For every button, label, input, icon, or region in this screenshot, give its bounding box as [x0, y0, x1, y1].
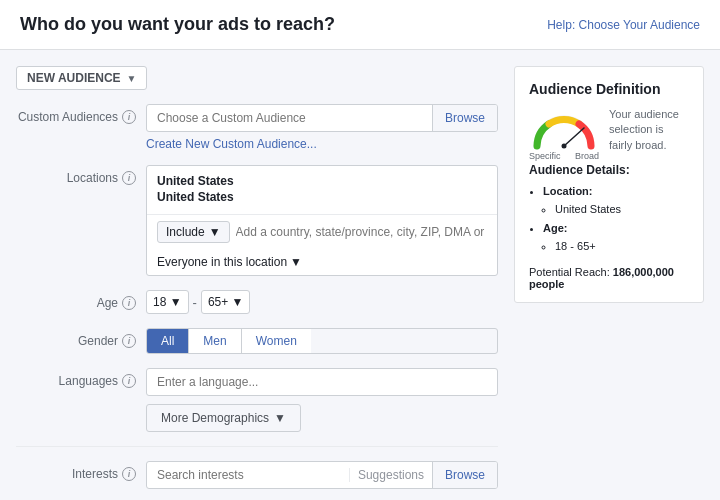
gauge-broad-label: Broad [575, 151, 599, 161]
age-from-dropdown[interactable]: 18 ▼ [146, 290, 189, 314]
custom-audiences-input-group: Browse [146, 104, 498, 132]
right-panel: Audience Definition [514, 66, 704, 500]
gender-label: Gender i [16, 328, 136, 348]
gender-button-group: All Men Women [146, 328, 498, 354]
location-tags: United States United States [147, 166, 497, 214]
interests-browse-button[interactable]: Browse [432, 462, 497, 488]
gender-men-button[interactable]: Men [189, 329, 241, 353]
page-title: Who do you want your ads to reach? [20, 14, 335, 35]
custom-audiences-info-icon[interactable]: i [122, 110, 136, 124]
location-tag-bold: United States [157, 190, 487, 204]
custom-audiences-label: Custom Audiences i [16, 104, 136, 124]
custom-audiences-browse-button[interactable]: Browse [432, 105, 497, 131]
age-info-icon[interactable]: i [122, 296, 136, 310]
gender-all-button[interactable]: All [147, 329, 189, 353]
more-demographics-button[interactable]: More Demographics ▼ [146, 404, 301, 432]
locations-info-icon[interactable]: i [122, 171, 136, 185]
include-dropdown[interactable]: Include ▼ [157, 221, 230, 243]
interests-suggestions-link[interactable]: Suggestions [349, 468, 432, 482]
gauge-chart: Specific Broad [529, 110, 599, 150]
age-dash: - [193, 295, 197, 310]
more-demographics-label: More Demographics [161, 411, 269, 425]
custom-audiences-input[interactable] [147, 105, 432, 131]
gender-women-button[interactable]: Women [242, 329, 311, 353]
interests-input-group: Suggestions Browse [146, 461, 498, 489]
languages-label: Languages i [16, 368, 136, 388]
interests-search-input[interactable] [147, 462, 349, 488]
locations-label: Locations i [16, 165, 136, 185]
location-sub-list: United States [543, 201, 689, 219]
potential-reach: Potential Reach: 186,000,000 people [529, 266, 689, 290]
page-wrapper: Who do you want your ads to reach? Help:… [0, 0, 720, 500]
languages-control: More Demographics ▼ [146, 368, 498, 432]
gender-control: All Men Women [146, 328, 498, 354]
audience-label-text: NEW AUDIENCE [27, 71, 121, 85]
age-control: 18 ▼ - 65+ ▼ [146, 290, 498, 314]
everyone-row: Everyone in this location ▼ [147, 249, 497, 275]
age-sub-list: 18 - 65+ [543, 238, 689, 256]
audience-detail-location: Location: United States [543, 183, 689, 218]
help-link[interactable]: Help: Choose Your Audience [547, 18, 700, 32]
age-from-value: 18 ▼ [153, 295, 182, 309]
include-label: Include [166, 225, 205, 239]
locations-box: United States United States Include ▼ [146, 165, 498, 276]
everyone-in-location-dropdown[interactable]: Everyone in this location ▼ [157, 255, 302, 269]
svg-line-0 [564, 128, 584, 146]
gauge-specific-label: Specific [529, 151, 561, 161]
include-row: Include ▼ [147, 215, 497, 249]
gauge-svg [529, 110, 599, 150]
gender-row: Gender i All Men Women [16, 328, 498, 354]
interests-row: Interests i Suggestions Browse [16, 461, 498, 489]
age-row: Age i 18 ▼ - 65+ ▼ [16, 290, 498, 314]
location-key: Location: [543, 185, 593, 197]
location-tag-normal: United States [157, 174, 487, 188]
age-key: Age: [543, 222, 567, 234]
main-content: NEW AUDIENCE ▼ Custom Audiences i Browse… [0, 50, 720, 500]
create-custom-audience-link[interactable]: Create New Custom Audience... [146, 137, 317, 151]
gauge-labels: Specific Broad [529, 151, 599, 161]
interests-info-icon[interactable]: i [122, 467, 136, 481]
age-label: Age i [16, 290, 136, 310]
languages-input[interactable] [146, 368, 498, 396]
custom-audiences-control: Browse Create New Custom Audience... [146, 104, 498, 151]
chevron-down-icon: ▼ [127, 73, 137, 84]
section-divider-1 [16, 446, 498, 447]
interests-label: Interests i [16, 461, 136, 481]
gauge-container: Specific Broad Your audience selection i… [529, 107, 689, 153]
location-search-input[interactable] [236, 225, 487, 239]
audience-definition-panel: Audience Definition [514, 66, 704, 303]
chevron-down-icon: ▼ [274, 411, 286, 425]
gauge-description: Your audience selection is fairly broad. [609, 107, 689, 153]
svg-point-1 [562, 144, 567, 149]
languages-info-icon[interactable]: i [122, 374, 136, 388]
location-value: United States [555, 201, 689, 219]
age-to-dropdown[interactable]: 65+ ▼ [201, 290, 251, 314]
locations-row: Locations i United States United States … [16, 165, 498, 276]
age-to-value: 65+ ▼ [208, 295, 244, 309]
audience-details-title: Audience Details: [529, 163, 689, 177]
languages-row: Languages i More Demographics ▼ [16, 368, 498, 432]
interests-control: Suggestions Browse [146, 461, 498, 489]
audience-details-list: Location: United States Age: 18 - 65+ [529, 183, 689, 255]
custom-audiences-row: Custom Audiences i Browse Create New Cus… [16, 104, 498, 151]
new-audience-button[interactable]: NEW AUDIENCE ▼ [16, 66, 147, 90]
age-value: 18 - 65+ [555, 238, 689, 256]
audience-definition-title: Audience Definition [529, 81, 689, 97]
everyone-label: Everyone in this location [157, 255, 287, 269]
gender-info-icon[interactable]: i [122, 334, 136, 348]
chevron-down-icon: ▼ [290, 255, 302, 269]
potential-reach-label: Potential Reach: [529, 266, 610, 278]
locations-control: United States United States Include ▼ [146, 165, 498, 276]
chevron-down-icon: ▼ [209, 225, 221, 239]
left-panel: NEW AUDIENCE ▼ Custom Audiences i Browse… [16, 66, 498, 500]
audience-detail-age: Age: 18 - 65+ [543, 220, 689, 255]
page-header: Who do you want your ads to reach? Help:… [0, 0, 720, 50]
